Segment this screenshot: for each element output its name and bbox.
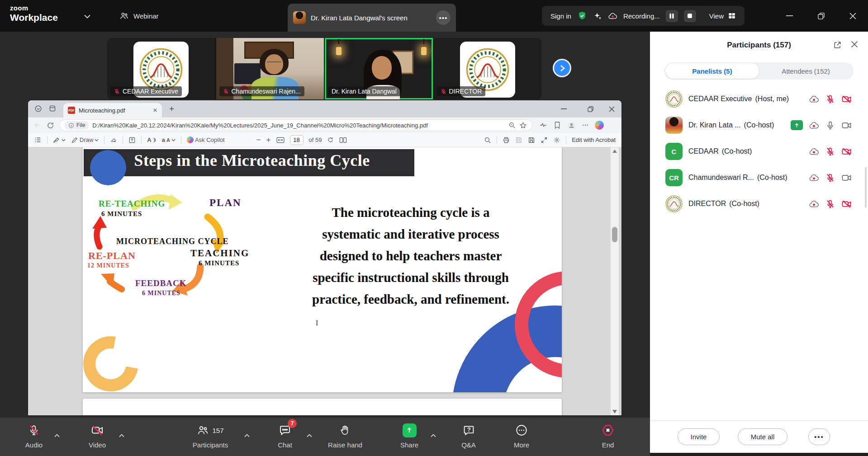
browser-minimize-button[interactable] [554,100,574,118]
close-panel-icon[interactable] [851,41,858,48]
profile-avatar-icon[interactable] [567,121,576,130]
panel-scrollbar-thumb[interactable] [865,167,867,208]
end-meeting-button[interactable]: End [581,423,635,449]
pop-out-icon[interactable] [833,41,842,49]
sign-in-link[interactable]: Sign in [550,12,571,20]
chat-button[interactable]: 7 Chat [258,423,312,449]
chat-options-caret[interactable] [307,434,312,437]
rotate-icon[interactable] [327,136,334,143]
raise-hand-button[interactable]: Raise hand [318,423,372,449]
ask-copilot-button[interactable]: Ask Copilot [187,136,225,143]
copilot-icon[interactable] [595,121,604,130]
highlight-icon[interactable] [53,136,66,144]
scrollbar-thumb[interactable] [612,227,617,242]
url-field[interactable]: File D:/Kiran%20Kale_20.12.2024/Kiran%20… [59,119,532,131]
mute-all-button[interactable]: Mute all [738,428,787,445]
workspace-chevron-down-icon[interactable] [84,14,90,19]
fit-to-width-icon[interactable] [276,137,285,143]
tab-shared-screen[interactable]: Dr. Kiran Lata Dangwal's screen ••• [288,4,456,32]
browser-tab-microteaching-pdf[interactable]: PDF Microteaching.pdf ✕ [63,103,162,118]
fullscreen-icon[interactable] [541,136,548,144]
scroll-down-arrow[interactable] [612,410,617,414]
audio-options-caret[interactable] [54,434,60,437]
pdf-scrollbar[interactable] [611,147,619,415]
window-maximize-button[interactable] [811,0,831,32]
share-button[interactable]: Share [382,423,436,449]
edit-with-acrobat-button[interactable]: Edit with Acrobat [572,136,616,143]
search-icon[interactable] [484,136,491,144]
video-button[interactable]: Video [70,423,124,449]
browser-essentials-icon[interactable] [539,121,547,129]
share-options-caret[interactable] [431,434,436,437]
scroll-up-arrow[interactable] [612,149,617,153]
settings-gear-icon[interactable] [553,136,560,144]
table-of-contents-icon[interactable] [34,136,42,144]
participant-row-director[interactable]: DIRECTOR(Co-host) [650,191,868,217]
more-button[interactable]: More [494,423,549,449]
end-hexagon-icon [601,423,615,437]
video-tile-chamundeswari[interactable]: Chamundeswari Rajen... [216,38,324,99]
video-tile-cedaar-executive[interactable]: CEDAAR Executive [107,38,215,99]
mic-muted-icon[interactable] [825,146,835,157]
browser-restore-button[interactable] [580,100,600,118]
participants-options-caret[interactable] [244,434,250,437]
mic-muted-icon[interactable] [825,172,835,183]
camera-off-icon[interactable] [841,94,852,104]
tab-webinar[interactable]: Webinar [116,8,162,24]
qa-button[interactable]: ? Q&A [441,423,496,449]
tab-actions-icon[interactable] [34,105,42,113]
translate-icon[interactable]: aA [162,136,175,143]
back-icon[interactable] [33,121,42,129]
security-shield-icon[interactable] [577,11,587,21]
strip-next-page-button[interactable] [553,59,571,77]
camera-off-icon[interactable] [841,198,852,209]
workspaces-icon[interactable] [49,105,56,112]
video-tile-dr-kiran-active-speaker[interactable]: Dr. Kiran Lata Dangwal [325,38,433,99]
camera-on-icon[interactable] [841,172,852,183]
tab-options-ellipsis-icon[interactable]: ••• [436,10,451,25]
favorite-star-icon[interactable] [519,122,527,129]
browser-close-button[interactable] [602,100,621,118]
view-button[interactable]: View [709,12,736,20]
tab-panelists[interactable]: Panelists (5) [665,63,759,79]
refresh-icon[interactable] [47,122,54,129]
participant-row-cedaar-executive[interactable]: CEDAAR Executive(Host, me) [650,86,868,112]
participant-row-dr-kiran[interactable]: Dr. Kiran Lata ...(Co-host) [650,112,868,138]
video-tile-director[interactable]: DIRECTOR [434,38,542,99]
zoom-workplace-window: zoom Workplace Webinar Dr. Kiran Lata Da… [0,0,868,456]
audio-button[interactable]: Audio [7,423,61,449]
browser-menu-ellipsis-icon[interactable] [582,122,589,129]
draw-button[interactable]: Draw [71,136,99,144]
video-options-caret[interactable] [119,434,124,437]
zoom-page-icon[interactable] [508,122,516,129]
zoom-in-button[interactable]: + [266,136,271,145]
ai-companion-sparkle-icon[interactable] [593,11,602,20]
print-icon[interactable] [503,136,510,144]
participants-button[interactable]: 157 Participants [183,423,237,449]
read-aloud-icon[interactable]: A [147,136,156,143]
page-view-icon[interactable] [339,137,347,143]
panel-more-ellipsis-button[interactable]: ••• [808,428,830,445]
window-close-button[interactable] [842,0,863,32]
participant-row-cedaar[interactable]: C CEDAAR(Co-host) [650,138,868,165]
new-tab-button[interactable]: + [169,104,174,114]
zoom-out-button[interactable]: − [256,136,261,145]
invite-button[interactable]: Invite [678,428,720,445]
page-number-input[interactable]: 18 [290,135,304,145]
pause-recording-button[interactable] [666,10,678,22]
mic-on-icon[interactable] [825,120,835,131]
camera-on-icon[interactable] [841,120,852,131]
window-minimize-button[interactable] [779,0,800,32]
svg-text:?: ? [467,426,470,432]
mic-muted-icon[interactable] [825,198,835,209]
save-as-icon[interactable] [528,136,535,144]
favorites-bar-icon[interactable] [553,121,561,129]
add-text-icon[interactable] [128,136,136,144]
stop-recording-button[interactable] [684,10,696,22]
erase-icon[interactable] [110,136,117,144]
tab-close-icon[interactable]: ✕ [153,107,157,113]
mic-muted-icon[interactable] [825,94,835,104]
participant-row-chamundeswari[interactable]: CR Chamundeswari R...(Co-host) [650,165,868,191]
camera-off-icon[interactable] [841,146,852,157]
tab-attendees[interactable]: Attendees (152) [759,63,853,79]
